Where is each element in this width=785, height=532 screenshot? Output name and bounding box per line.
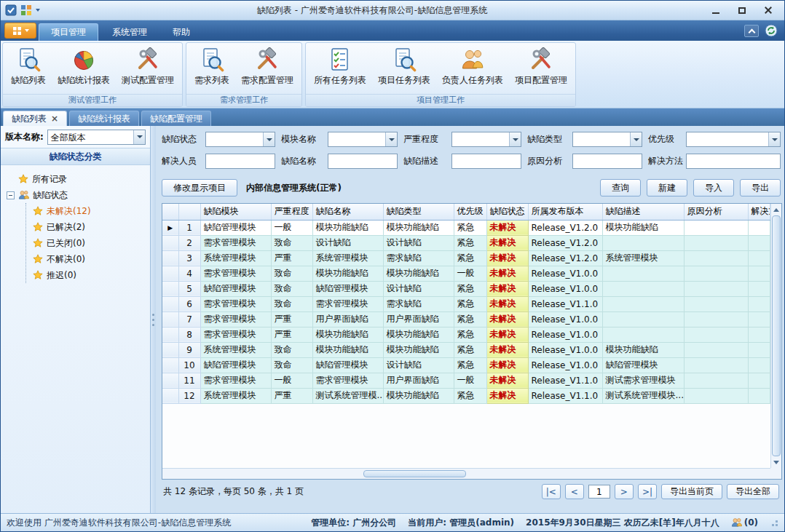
cell-module[interactable]: 系统管理模块 <box>200 388 271 403</box>
cell-type[interactable]: 需求缺陷 <box>383 250 454 266</box>
col-header-priority[interactable]: 优先级 <box>454 204 486 220</box>
cell-type[interactable]: 模块功能缺陷 <box>383 220 454 235</box>
module-name-select[interactable] <box>328 132 398 147</box>
query-button[interactable]: 查询 <box>600 179 641 196</box>
cell-version[interactable]: Release_V1.0.0 <box>528 266 602 281</box>
ribbon-item-all-tasks[interactable]: 所有任务列表 <box>308 46 372 88</box>
cell-priority[interactable]: 紧急 <box>454 250 486 266</box>
cell-priority[interactable]: 紧急 <box>454 342 486 357</box>
table-row[interactable]: 9系统管理模块致命模块功能缺陷模块功能缺陷紧急未解决Release_V1.0.0… <box>162 342 770 357</box>
ribbon-item-req-list[interactable]: 需求列表 <box>189 46 235 88</box>
horizontal-scrollbar[interactable] <box>162 468 770 479</box>
ribbon-item-test-config[interactable]: 测试配置管理 <box>116 46 180 88</box>
row-number[interactable]: 5 <box>178 281 200 296</box>
cell-desc[interactable]: 模块功能缺陷 <box>602 220 684 235</box>
cell-module[interactable]: 需求管理模块 <box>200 311 271 327</box>
row-indicator[interactable] <box>162 373 178 388</box>
page-number-input[interactable] <box>588 485 610 499</box>
cell-analysis[interactable] <box>684 250 748 266</box>
cell-status[interactable]: 未解决 <box>486 342 528 357</box>
row-number[interactable]: 6 <box>178 296 200 311</box>
cell-severity[interactable]: 致命 <box>271 266 312 281</box>
dropdown-button[interactable] <box>133 130 145 144</box>
cell-name[interactable]: 用户界面缺陷 <box>312 311 383 327</box>
scroll-up-button[interactable] <box>771 204 781 215</box>
cell-module[interactable]: 需求管理模块 <box>200 235 271 250</box>
cell-priority[interactable]: 紧急 <box>454 220 486 235</box>
cell-desc[interactable]: 测试需求管理模块 <box>602 373 684 388</box>
tree-item-deferred[interactable]: 推迟(0) <box>26 267 147 283</box>
cell-version[interactable]: Release_V1.1.0 <box>528 296 602 311</box>
application-menu-button[interactable] <box>4 23 36 39</box>
collapse-ribbon-button[interactable] <box>744 25 759 37</box>
maximize-button[interactable] <box>730 4 754 17</box>
col-row-number[interactable] <box>178 204 200 220</box>
row-indicator[interactable]: ▶ <box>162 220 178 235</box>
defect-type-select[interactable] <box>572 132 642 147</box>
cell-severity[interactable]: 一般 <box>271 220 312 235</box>
doc-tab-defect-config[interactable]: 缺陷配置管理 <box>141 111 211 126</box>
row-number[interactable]: 12 <box>178 388 200 403</box>
cell-name[interactable]: 系统管理模块 <box>312 250 383 266</box>
cell-type[interactable]: 模块功能缺陷 <box>383 327 454 342</box>
table-row[interactable]: 4需求管理模块致命模块功能缺陷模块功能缺陷一般未解决Release_V1.0.0 <box>162 266 770 281</box>
cell-type[interactable]: 模块功能缺陷 <box>383 342 454 357</box>
tree-item-defect-status[interactable]: 缺陷状态 <box>4 187 147 203</box>
prev-page-button[interactable]: < <box>565 484 584 499</box>
cell-type[interactable]: 设计缺陷 <box>383 235 454 250</box>
cell-module[interactable]: 缺陷管理模块 <box>200 220 271 235</box>
cell-priority[interactable]: 紧急 <box>454 357 486 373</box>
cell-status[interactable]: 未解决 <box>486 250 528 266</box>
cell-desc[interactable] <box>602 266 684 281</box>
cell-solution[interactable] <box>748 250 770 266</box>
quick-access-grid-icon[interactable] <box>20 4 32 16</box>
row-indicator[interactable] <box>162 235 178 250</box>
cell-version[interactable]: Release_V1.0.0 <box>528 327 602 342</box>
col-header-severity[interactable]: 严重程度 <box>271 204 312 220</box>
first-page-button[interactable]: |< <box>542 484 561 499</box>
cell-module[interactable]: 需求管理模块 <box>200 266 271 281</box>
table-row[interactable]: ▶1缺陷管理模块一般模块功能缺陷模块功能缺陷紧急未解决Release_V1.2.… <box>162 220 770 235</box>
cell-priority[interactable]: 紧急 <box>454 296 486 311</box>
cell-severity[interactable]: 致命 <box>271 281 312 296</box>
cell-status[interactable]: 未解决 <box>486 235 528 250</box>
cell-severity[interactable]: 致命 <box>271 235 312 250</box>
cell-solution[interactable] <box>748 388 770 403</box>
row-indicator[interactable] <box>162 357 178 373</box>
cell-status[interactable]: 未解决 <box>486 281 528 296</box>
cell-status[interactable]: 未解决 <box>486 220 528 235</box>
cell-version[interactable]: Release_V1.0.0 <box>528 311 602 327</box>
cell-name[interactable]: 测试系统管理模... <box>312 388 383 403</box>
cell-severity[interactable]: 严重 <box>271 311 312 327</box>
cell-version[interactable]: Release_V1.2.0 <box>528 220 602 235</box>
row-indicator[interactable] <box>162 327 178 342</box>
cell-solution[interactable] <box>748 235 770 250</box>
cell-version[interactable]: Release_V1.2.0 <box>528 250 602 266</box>
cell-status[interactable]: 未解决 <box>486 296 528 311</box>
ribbon-tab-help[interactable]: 帮助 <box>161 23 202 41</box>
cell-analysis[interactable] <box>684 220 748 235</box>
cell-desc[interactable] <box>602 327 684 342</box>
resolver-input[interactable] <box>205 154 275 169</box>
minimize-button[interactable] <box>704 4 727 17</box>
row-number[interactable]: 9 <box>178 342 200 357</box>
table-row[interactable]: 8需求管理模块严重模块功能缺陷模块功能缺陷紧急未解决Release_V1.0.0 <box>162 327 770 342</box>
dropdown-button[interactable] <box>630 132 642 146</box>
cell-solution[interactable] <box>748 296 770 311</box>
cell-desc[interactable]: 缺陷管理模块 <box>602 357 684 373</box>
dropdown-button[interactable] <box>768 132 780 146</box>
cell-status[interactable]: 未解决 <box>486 311 528 327</box>
modify-display-items-button[interactable]: 修改显示项目 <box>162 179 237 196</box>
cell-solution[interactable] <box>748 357 770 373</box>
cell-name[interactable]: 模块功能缺陷 <box>312 342 383 357</box>
collapse-node-icon[interactable] <box>7 191 15 199</box>
cell-module[interactable]: 缺陷管理模块 <box>200 357 271 373</box>
defect-desc-input[interactable] <box>451 154 521 169</box>
cell-desc[interactable]: 测试系统管理模块... <box>602 388 684 403</box>
cell-version[interactable]: Release_V1.1.0 <box>528 373 602 388</box>
cell-name[interactable]: 需求管理模块 <box>312 296 383 311</box>
cell-module[interactable]: 需求管理模块 <box>200 373 271 388</box>
cell-priority[interactable]: 一般 <box>454 373 486 388</box>
col-header-version[interactable]: 所属发布版本 <box>528 204 602 220</box>
cell-status[interactable]: 未解决 <box>486 266 528 281</box>
